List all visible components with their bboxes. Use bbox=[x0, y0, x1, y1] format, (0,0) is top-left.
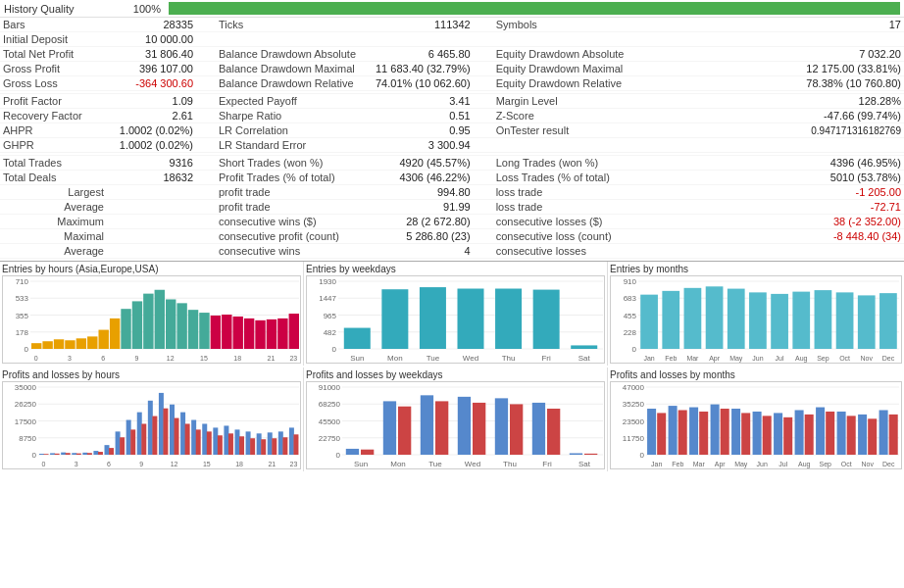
recovery-factor-value: 2.61 bbox=[108, 109, 196, 123]
profits-weekdays-canvas bbox=[307, 382, 605, 468]
ahpr-value: 1.0002 (0.02%) bbox=[108, 123, 196, 138]
lr-correlation-label: LR Correlation bbox=[216, 123, 373, 138]
long-trades-label: Long Trades (won %) bbox=[493, 156, 650, 171]
eq-dd-abs-value: 7 032.20 bbox=[650, 47, 904, 62]
table-row: Recovery Factor 2.61 Sharpe Ratio 0.51 Z… bbox=[0, 109, 904, 123]
maximal-consec-loss-label: consecutive loss (count) bbox=[493, 229, 650, 244]
short-trades-value: 4920 (45.57%) bbox=[373, 156, 474, 171]
z-score-label: Z-Score bbox=[493, 109, 650, 123]
loss-trades-value: 5010 (53.78%) bbox=[650, 171, 904, 185]
ahpr-label: AHPR bbox=[0, 123, 108, 138]
ticks-value: 111342 bbox=[373, 18, 474, 32]
lr-correlation-value: 0.95 bbox=[373, 123, 474, 138]
table-row: GHPR 1.0002 (0.02%) LR Standard Error 3 … bbox=[0, 138, 904, 153]
sharpe-ratio-value: 0.51 bbox=[373, 109, 474, 123]
maximum-label: Maximum bbox=[0, 215, 108, 229]
avg-profit-label: profit trade bbox=[216, 200, 373, 215]
entries-weekdays-chart: Entries by weekdays bbox=[304, 262, 608, 366]
bars-value: 28335 bbox=[108, 18, 196, 32]
main-container: History Quality 100% Bars 28335 Ticks 11… bbox=[0, 0, 904, 588]
bal-dd-abs-label: Balance Drawdown Absolute bbox=[216, 47, 373, 62]
entries-weekdays-canvas bbox=[307, 276, 605, 363]
gross-loss-label: Gross Loss bbox=[0, 76, 108, 91]
entries-hours-canvas bbox=[3, 276, 301, 363]
largest-loss-value: -1 205.00 bbox=[650, 185, 904, 200]
margin-level-value: 128.28% bbox=[650, 94, 904, 109]
ticks-label: Ticks bbox=[216, 18, 373, 32]
history-quality-label: History Quality bbox=[4, 3, 112, 15]
table-row: Largest profit trade 994.80 loss trade -… bbox=[0, 185, 904, 200]
z-score-value: -47.66 (99.74%) bbox=[650, 109, 904, 123]
max-consec-wins-value: 28 (2 672.80) bbox=[373, 215, 474, 229]
max-consec-losses-label: consecutive losses ($) bbox=[493, 215, 650, 229]
bars-label: Bars bbox=[0, 18, 108, 32]
avg-consec-wins-value: 4 bbox=[373, 244, 474, 259]
table-row: Average profit trade 91.99 loss trade -7… bbox=[0, 200, 904, 215]
largest-loss-label: loss trade bbox=[493, 185, 650, 200]
total-trades-value: 9316 bbox=[108, 156, 196, 171]
table-row: Total Trades 9316 Short Trades (won %) 4… bbox=[0, 156, 904, 171]
loss-trades-label: Loss Trades (% of total) bbox=[493, 171, 650, 185]
avg-profit-value: 91.99 bbox=[373, 200, 474, 215]
total-trades-label: Total Trades bbox=[0, 156, 108, 171]
sharpe-ratio-label: Sharpe Ratio bbox=[216, 109, 373, 123]
total-net-profit-value: 31 806.40 bbox=[108, 47, 196, 62]
total-net-profit-label: Total Net Profit bbox=[0, 47, 108, 62]
largest-label: Largest bbox=[0, 185, 108, 200]
avg-loss-label: loss trade bbox=[493, 200, 650, 215]
table-row: Maximal consecutive profit (count) 5 286… bbox=[0, 229, 904, 244]
bal-dd-rel-label: Balance Drawdown Relative bbox=[216, 76, 373, 91]
eq-dd-abs-label: Equity Drawdown Absolute bbox=[493, 47, 650, 62]
eq-dd-rel-value: 78.38% (10 760.80) bbox=[650, 76, 904, 91]
table-row: Profit Factor 1.09 Expected Payoff 3.41 … bbox=[0, 94, 904, 109]
on-tester-value: 0.947171316182769 bbox=[650, 123, 904, 138]
symbols-label: Symbols bbox=[493, 18, 650, 32]
table-row: AHPR 1.0002 (0.02%) LR Correlation 0.95 … bbox=[0, 123, 904, 138]
initial-deposit-value: 10 000.00 bbox=[108, 32, 196, 47]
progress-bar-container bbox=[169, 2, 900, 15]
total-deals-value: 18632 bbox=[108, 171, 196, 185]
margin-level-label: Margin Level bbox=[493, 94, 650, 109]
profits-hours-canvas bbox=[3, 382, 301, 468]
profits-weekdays-chart: Profits and losses by weekdays bbox=[304, 368, 608, 471]
max-consec-wins-label: consecutive wins ($) bbox=[216, 215, 373, 229]
profit-trades-label: Profit Trades (% of total) bbox=[216, 171, 373, 185]
avg-consec-losses-value bbox=[650, 244, 904, 259]
profits-months-canvas bbox=[611, 382, 902, 468]
entries-months-canvas bbox=[611, 276, 902, 363]
ghpr-label: GHPR bbox=[0, 138, 108, 153]
expected-payoff-value: 3.41 bbox=[373, 94, 474, 109]
symbols-value: 17 bbox=[650, 18, 904, 32]
entries-weekdays-title: Entries by weekdays bbox=[306, 264, 605, 274]
largest-profit-value: 994.80 bbox=[373, 185, 474, 200]
short-trades-label: Short Trades (won %) bbox=[216, 156, 373, 171]
profits-hours-chart: Profits and losses by hours bbox=[0, 368, 304, 471]
avg-loss-value: -72.71 bbox=[650, 200, 904, 215]
maximal-consec-profit-label: consecutive profit (count) bbox=[216, 229, 373, 244]
progress-bar-fill bbox=[169, 2, 900, 15]
gross-profit-label: Gross Profit bbox=[0, 62, 108, 76]
profits-months-title: Profits and losses by months bbox=[610, 369, 902, 380]
table-row: Bars 28335 Ticks 111342 Symbols 17 bbox=[0, 18, 904, 32]
maximal-label: Maximal bbox=[0, 229, 108, 244]
eq-dd-rel-label: Equity Drawdown Relative bbox=[493, 76, 650, 91]
lr-std-error-label: LR Standard Error bbox=[216, 138, 373, 153]
maximal-consec-profit-value: 5 286.80 (23) bbox=[373, 229, 474, 244]
initial-deposit-label: Initial Deposit bbox=[0, 32, 108, 47]
total-deals-label: Total Deals bbox=[0, 171, 108, 185]
table-row: Total Deals 18632 Profit Trades (% of to… bbox=[0, 171, 904, 185]
average-label: Average bbox=[0, 200, 108, 215]
average2-label: Average bbox=[0, 244, 108, 259]
avg-consec-losses-label: consecutive losses bbox=[493, 244, 650, 259]
history-quality-value: 100% bbox=[112, 3, 161, 15]
table-row: Average consecutive wins 4 consecutive l… bbox=[0, 244, 904, 259]
max-consec-losses-value: 38 (-2 352.00) bbox=[650, 215, 904, 229]
eq-dd-max-value: 12 175.00 (33.81%) bbox=[650, 62, 904, 76]
entries-hours-chart: Entries by hours (Asia,Europe,USA) bbox=[0, 262, 304, 366]
entries-months-chart: Entries by months bbox=[608, 262, 904, 366]
entries-hours-title: Entries by hours (Asia,Europe,USA) bbox=[2, 264, 301, 274]
on-tester-label: OnTester result bbox=[493, 123, 650, 138]
long-trades-value: 4396 (46.95%) bbox=[650, 156, 904, 171]
table-row: Total Net Profit 31 806.40 Balance Drawd… bbox=[0, 47, 904, 62]
stats-table: Bars 28335 Ticks 111342 Symbols 17 Initi… bbox=[0, 18, 904, 259]
